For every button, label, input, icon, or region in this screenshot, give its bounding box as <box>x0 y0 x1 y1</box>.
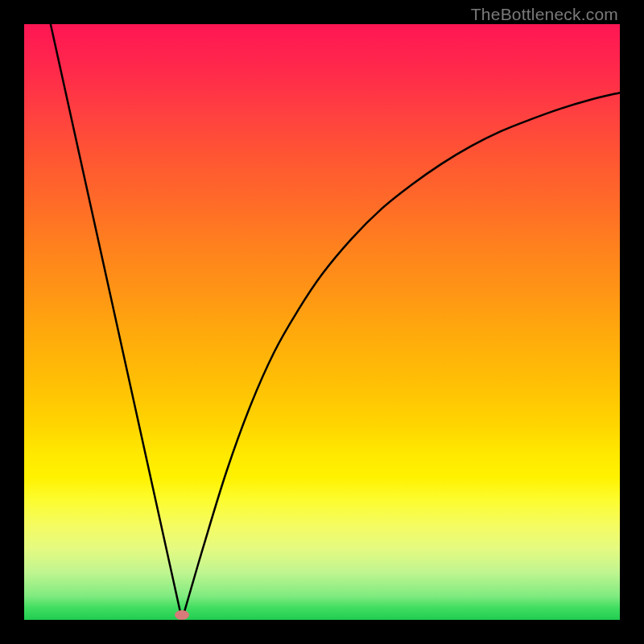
curve-svg <box>24 24 620 620</box>
optimal-point-marker <box>175 610 189 620</box>
plot-area <box>24 24 620 620</box>
attribution-text: TheBottleneck.com <box>471 5 618 24</box>
bottleneck-curve <box>48 24 620 620</box>
chart-container: TheBottleneck.com <box>0 0 644 644</box>
